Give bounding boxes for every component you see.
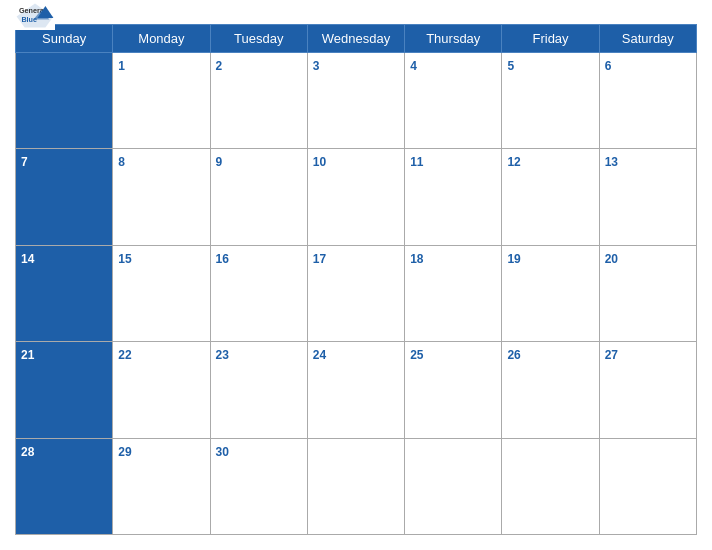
col-header-monday: Monday xyxy=(113,25,210,53)
calendar-cell: 27 xyxy=(599,342,696,438)
calendar-cell: 13 xyxy=(599,149,696,245)
day-number: 24 xyxy=(313,348,326,362)
calendar-cell: 24 xyxy=(307,342,404,438)
day-number: 14 xyxy=(21,252,34,266)
day-number: 28 xyxy=(21,445,34,459)
calendar-cell: 26 xyxy=(502,342,599,438)
calendar-cell: 1 xyxy=(113,53,210,149)
calendar-header: General Blue xyxy=(15,10,697,24)
calendar-cell: 11 xyxy=(405,149,502,245)
logo-icon: General Blue xyxy=(15,2,55,30)
col-header-tuesday: Tuesday xyxy=(210,25,307,53)
calendar-cell: 25 xyxy=(405,342,502,438)
day-number: 3 xyxy=(313,59,320,73)
calendar-cell: 8 xyxy=(113,149,210,245)
calendar-cell xyxy=(599,438,696,534)
calendar-cell xyxy=(307,438,404,534)
calendar-cell: 7 xyxy=(16,149,113,245)
calendar-cell: 9 xyxy=(210,149,307,245)
day-number: 27 xyxy=(605,348,618,362)
day-number: 29 xyxy=(118,445,131,459)
day-number: 22 xyxy=(118,348,131,362)
day-number: 5 xyxy=(507,59,514,73)
day-number: 17 xyxy=(313,252,326,266)
calendar-week-row: 78910111213 xyxy=(16,149,697,245)
col-header-wednesday: Wednesday xyxy=(307,25,404,53)
calendar-cell: 10 xyxy=(307,149,404,245)
calendar-cell: 28 xyxy=(16,438,113,534)
day-header-row: SundayMondayTuesdayWednesdayThursdayFrid… xyxy=(16,25,697,53)
calendar-cell: 2 xyxy=(210,53,307,149)
day-number: 23 xyxy=(216,348,229,362)
calendar-week-row: 123456 xyxy=(16,53,697,149)
calendar-cell: 20 xyxy=(599,245,696,341)
day-number: 6 xyxy=(605,59,612,73)
day-number: 13 xyxy=(605,155,618,169)
day-number: 25 xyxy=(410,348,423,362)
day-number: 4 xyxy=(410,59,417,73)
calendar-cell xyxy=(502,438,599,534)
calendar-cell: 14 xyxy=(16,245,113,341)
calendar-cell: 19 xyxy=(502,245,599,341)
day-number: 8 xyxy=(118,155,125,169)
day-number: 11 xyxy=(410,155,423,169)
calendar-cell: 22 xyxy=(113,342,210,438)
calendar-cell: 17 xyxy=(307,245,404,341)
col-header-friday: Friday xyxy=(502,25,599,53)
calendar-cell: 30 xyxy=(210,438,307,534)
col-header-thursday: Thursday xyxy=(405,25,502,53)
calendar-cell: 12 xyxy=(502,149,599,245)
calendar-cell: 23 xyxy=(210,342,307,438)
day-number: 16 xyxy=(216,252,229,266)
day-number: 9 xyxy=(216,155,223,169)
calendar-cell xyxy=(405,438,502,534)
calendar-cell: 6 xyxy=(599,53,696,149)
calendar-table: SundayMondayTuesdayWednesdayThursdayFrid… xyxy=(15,24,697,535)
col-header-saturday: Saturday xyxy=(599,25,696,53)
calendar-week-row: 21222324252627 xyxy=(16,342,697,438)
day-number: 2 xyxy=(216,59,223,73)
day-number: 21 xyxy=(21,348,34,362)
logo: General Blue xyxy=(15,2,55,30)
calendar-cell: 29 xyxy=(113,438,210,534)
calendar-cell: 18 xyxy=(405,245,502,341)
day-number: 30 xyxy=(216,445,229,459)
day-number: 18 xyxy=(410,252,423,266)
day-number: 20 xyxy=(605,252,618,266)
day-number: 10 xyxy=(313,155,326,169)
calendar-cell xyxy=(16,53,113,149)
calendar-week-row: 14151617181920 xyxy=(16,245,697,341)
calendar-cell: 15 xyxy=(113,245,210,341)
day-number: 26 xyxy=(507,348,520,362)
day-number: 7 xyxy=(21,155,28,169)
day-number: 1 xyxy=(118,59,125,73)
calendar-week-row: 282930 xyxy=(16,438,697,534)
calendar-cell: 4 xyxy=(405,53,502,149)
calendar-cell: 5 xyxy=(502,53,599,149)
calendar-cell: 21 xyxy=(16,342,113,438)
day-number: 15 xyxy=(118,252,131,266)
calendar-cell: 3 xyxy=(307,53,404,149)
calendar-cell: 16 xyxy=(210,245,307,341)
day-number: 12 xyxy=(507,155,520,169)
day-number: 19 xyxy=(507,252,520,266)
